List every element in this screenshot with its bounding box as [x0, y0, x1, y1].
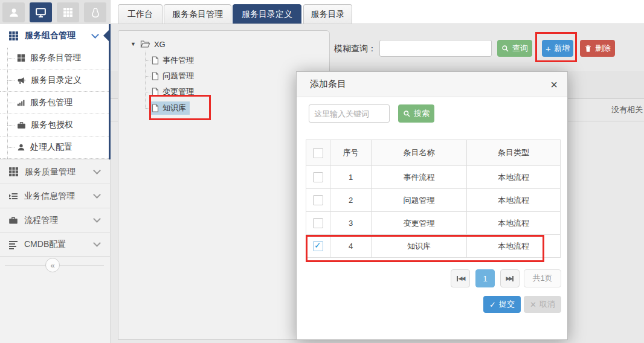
search-icon: [501, 45, 509, 53]
sidebar-section-service-quality[interactable]: 服务质量管理: [0, 159, 111, 184]
sidebar-item-service-package-auth[interactable]: 服务包授权: [0, 114, 109, 136]
table-header-row: 序号 条目名称 条目类型: [306, 140, 561, 166]
chevron-down-icon: [91, 31, 99, 39]
table-row[interactable]: 3 变更管理 本地流程: [306, 212, 561, 235]
current-page-button[interactable]: 1: [475, 269, 495, 287]
triangle-down-icon: ▼: [130, 41, 136, 47]
sidebar-item-label: 服务包授权: [31, 120, 73, 130]
last-page-button[interactable]: ▶▶: [500, 269, 520, 287]
file-icon: [152, 72, 159, 80]
sidebar-item-service-catalog-def[interactable]: 服务目录定义: [0, 69, 109, 92]
grid-icon: [63, 7, 73, 18]
tree-item-incident-mgmt[interactable]: 事件管理: [150, 54, 198, 67]
tab-label: 服务条目管理: [172, 9, 223, 20]
sidebar-item-handler-config[interactable]: 处理人配置: [0, 136, 109, 159]
sidebar-header-service-portfolio[interactable]: 服务组合管理: [0, 24, 109, 47]
monitor-app-button[interactable]: [30, 2, 52, 22]
file-icon: [152, 104, 159, 112]
tab-service-catalog-def[interactable]: 服务目录定义: [233, 4, 301, 24]
cell-name: 变更管理: [372, 212, 467, 235]
sidebar-item-service-package-mgmt[interactable]: 服务包管理: [0, 92, 109, 114]
add-entry-dialog: 添加条目 × 搜索 序号 条目名称 条目类型 1 事件流程 本地流程: [296, 71, 568, 340]
chevron-down-icon: [93, 239, 101, 247]
table-row[interactable]: 4 知识库 本地流程: [306, 235, 561, 258]
chevron-down-icon: [93, 167, 101, 175]
row-checkbox[interactable]: [313, 241, 323, 251]
tree-item-knowledge-base[interactable]: 知识库: [150, 101, 190, 115]
fuzzy-query-label: 模糊查询：: [334, 40, 376, 57]
first-page-button[interactable]: ◀◀: [451, 269, 470, 287]
delete-button[interactable]: 删除: [580, 40, 615, 57]
current-page-number: 1: [483, 274, 487, 283]
th-large-icon: [17, 54, 25, 62]
cell-no: 4: [330, 235, 372, 258]
column-header: 序号: [330, 140, 372, 166]
submit-button[interactable]: ✓ 提交: [483, 296, 521, 313]
grid-app-button[interactable]: [57, 2, 79, 22]
sidebar-section-service-portfolio: 服务组合管理 服务条目管理 服务目录定义 服: [0, 24, 111, 159]
app-window: 服务组合管理 服务条目管理 服务目录定义 服: [0, 0, 644, 343]
tree-item-label: 问题管理: [163, 71, 194, 82]
sidebar-collapsed-sections: 服务质量管理 业务信息管理 流程管理 C: [0, 159, 111, 257]
sidebar-section-cmdb-config[interactable]: CMDB配置: [0, 232, 111, 257]
sidebar-section-process-mgmt[interactable]: 流程管理: [0, 208, 111, 232]
select-all-checkbox[interactable]: [313, 148, 323, 158]
briefcase-icon: [17, 121, 26, 130]
tree-item-problem-mgmt[interactable]: 问题管理: [150, 69, 198, 83]
pagination: ◀◀ 1 ▶▶ 共1页: [297, 269, 567, 287]
row-checkbox[interactable]: [313, 218, 323, 228]
tab-label: 工作台: [127, 9, 153, 20]
row-checkbox[interactable]: [313, 195, 323, 205]
page-last-bar-icon: [512, 276, 514, 281]
close-icon[interactable]: ×: [550, 79, 558, 91]
chevron-down-icon: [93, 215, 101, 223]
briefcase-icon: [8, 216, 18, 225]
tab-service-catalog[interactable]: 服务目录: [303, 4, 352, 24]
table-row[interactable]: 1 事件流程 本地流程: [306, 166, 561, 189]
modal-search-button[interactable]: 搜索: [398, 104, 434, 123]
tab-label: 服务目录定义: [242, 9, 292, 20]
tree-root-node[interactable]: ▼ XG: [130, 38, 166, 50]
table-row[interactable]: 2 问题管理 本地流程: [306, 189, 561, 212]
tab-workbench[interactable]: 工作台: [118, 4, 163, 24]
keyword-input[interactable]: [309, 104, 390, 123]
user-icon: [8, 7, 19, 18]
fuzzy-query-input[interactable]: [379, 40, 492, 57]
column-header: 条目名称: [372, 140, 467, 166]
monitor-icon: [35, 7, 47, 18]
tree-guide-line: [145, 51, 146, 108]
grid-icon: [8, 31, 19, 41]
sidebar-section-business-info[interactable]: 业务信息管理: [0, 184, 111, 208]
total-pages-label: 共1页: [524, 269, 561, 287]
submit-label: 提交: [499, 299, 515, 310]
row-checkbox[interactable]: [313, 172, 323, 182]
add-button[interactable]: + 新增: [542, 40, 573, 57]
query-button[interactable]: 查询: [497, 40, 532, 57]
user-app-button[interactable]: [2, 2, 25, 22]
tree-item-change-mgmt[interactable]: 变更管理: [150, 85, 198, 98]
cell-name: 事件流程: [372, 166, 467, 189]
cancel-button[interactable]: ✕ 取消: [524, 296, 561, 313]
sidebar-item-label: 服务条目管理: [30, 53, 81, 63]
penguin-app-button[interactable]: [84, 2, 106, 22]
cell-no: 3: [330, 212, 372, 235]
tab-service-entry-mgmt[interactable]: 服务条目管理: [164, 4, 231, 24]
align-lines-icon: [8, 240, 18, 249]
grid-icon: [8, 167, 19, 177]
dialog-header: 添加条目 ×: [297, 72, 567, 97]
no-records-text: 没有相关: [611, 98, 643, 121]
page-first-bar-icon: [457, 276, 458, 281]
tab-label: 服务目录: [311, 9, 345, 20]
folder-open-icon: [140, 40, 150, 48]
tree-root-label: XG: [154, 40, 166, 49]
page-first-icon: ◀◀: [459, 276, 465, 281]
sidebar-item-service-entry-mgmt[interactable]: 服务条目管理: [0, 47, 109, 69]
cancel-label: 取消: [539, 299, 555, 310]
sidebar-item-label: 服务目录定义: [31, 75, 82, 86]
megaphone-icon: [17, 76, 26, 85]
sidebar-item-label: 服务包管理: [30, 97, 72, 108]
cell-type: 本地流程: [467, 212, 561, 235]
x-icon: ✕: [530, 301, 536, 309]
sidebar-collapse-button[interactable]: «: [45, 258, 60, 272]
cell-no: 2: [330, 189, 372, 212]
